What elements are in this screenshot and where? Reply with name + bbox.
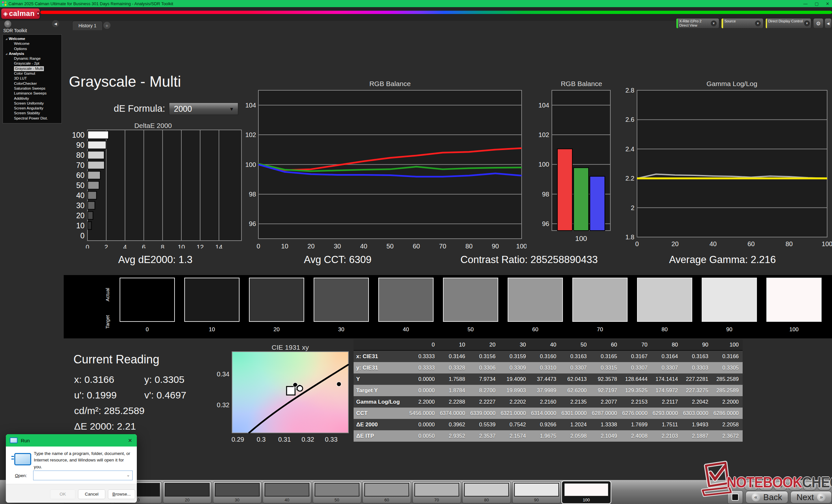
watermark-notebook-text: NOTEBOOK (727, 474, 802, 491)
tree-item-spectral-power-dist-[interactable]: Spectral Power Dist. (3, 116, 61, 121)
sidebar-collapse-button[interactable]: ◀ (52, 20, 59, 27)
svg-text:50: 50 (386, 243, 394, 250)
close-button[interactable]: ✕ (826, 1, 829, 6)
open-combobox[interactable]: ⌄ (33, 471, 133, 480)
table-cell: 2.2042 (682, 396, 712, 408)
svg-text:98: 98 (249, 191, 256, 198)
chevron-down-icon: ▼ (755, 21, 762, 26)
pattern-button-70[interactable]: 70 (412, 481, 461, 503)
pattern-button-60[interactable]: 60 (362, 481, 411, 503)
tree-item-options[interactable]: Options (3, 47, 61, 51)
pattern-button-80[interactable]: 80 (462, 481, 511, 503)
swatch-level-label: 50 (443, 326, 498, 333)
cie-markers-layer (232, 352, 349, 433)
de-formula-select[interactable]: 2000 ▼ (169, 103, 238, 115)
svg-text:102: 102 (245, 131, 256, 138)
table-cell: 0.3328 (439, 362, 469, 373)
svg-text:104: 104 (539, 102, 549, 109)
cancel-button[interactable]: Cancel (78, 489, 105, 499)
table-cell: 2.2288 (439, 396, 469, 408)
pattern-label: 70 (413, 498, 461, 502)
tree-item-screen-angularity[interactable]: Screen Angularity (3, 106, 61, 111)
tree-expander-icon[interactable]: ◢ (5, 51, 9, 56)
table-col-header: 70 (621, 340, 652, 351)
table-cell: 285.2589 (712, 385, 743, 396)
svg-text:50: 50 (76, 181, 84, 190)
stat-average-gamma: Average Gamma: 2.216 (669, 254, 776, 265)
table-cell: 0.3165 (591, 351, 621, 362)
table-col-header: 80 (651, 340, 682, 351)
tree-item-analysis[interactable]: ◢Analysis (3, 51, 61, 56)
tab-history-1[interactable]: History 1 (72, 21, 103, 30)
open-input[interactable] (35, 472, 125, 480)
pattern-swatch (464, 483, 509, 497)
tree-item-color-gamut[interactable]: Color Gamut (3, 71, 61, 76)
table-cell: 0.3310 (530, 362, 560, 373)
dialog-close-icon[interactable]: ✕ (128, 438, 132, 444)
pattern-button-50[interactable]: 50 (313, 481, 361, 503)
tree-item-grayscale-multi[interactable]: Grayscale - Multi (3, 66, 61, 71)
browse-button[interactable]: Browse... (108, 489, 135, 499)
svg-text:70: 70 (439, 243, 446, 250)
grayscale-swatch-0 (120, 278, 175, 322)
table-corner (354, 340, 408, 351)
table-cell: 19.4090 (499, 373, 530, 385)
window-title: Calman 2025 Calman Ultimate for Business… (8, 1, 173, 6)
table-cell: 174.1414 (651, 373, 682, 385)
tree-item-colorchecker[interactable]: ColorChecker (3, 81, 61, 86)
tree-item-screen-uniformity[interactable]: Screen Uniformity (3, 101, 61, 106)
tree-item-label: ColorChecker (14, 81, 37, 86)
svg-text:20: 20 (672, 240, 679, 248)
pattern-button-20[interactable]: 20 (163, 481, 212, 503)
table-cell: 0.7542 (499, 419, 530, 430)
tree-expander-icon[interactable]: ◢ (5, 36, 9, 41)
svg-text:40: 40 (360, 243, 367, 250)
pattern-label: 40 (263, 498, 311, 502)
table-cell: 2.2000 (408, 396, 439, 408)
tree-item-welcome[interactable]: ◢Welcome (3, 36, 61, 41)
pattern-button-100[interactable]: 100 (562, 481, 611, 503)
run-dialog-titlebar[interactable]: Run ✕ (6, 434, 137, 447)
reading-y: y: 0.3305 (144, 374, 184, 385)
tree-item-3d-lut[interactable]: 3D LUT (3, 76, 61, 81)
sidebar-pin-button[interactable] (4, 20, 12, 28)
table-cell: 2.0598 (560, 430, 591, 442)
tree-item-screen-stability[interactable]: Screen Stability (3, 111, 61, 116)
tree-item-welcome[interactable]: Welcome (3, 41, 61, 46)
table-cell: 0.3333 (408, 362, 439, 373)
meter-dropdown[interactable]: X-Rite i1Pro 2 Direct View ▼ (676, 18, 719, 29)
table-cell: 2.2058 (712, 419, 743, 430)
table-row: x: CIE310.33330.31460.31560.31590.31600.… (354, 351, 743, 362)
tree-item-luminance-sweeps[interactable]: Luminance Sweeps (3, 91, 61, 96)
svg-text:0: 0 (635, 240, 639, 248)
tree-item-dynamic-range[interactable]: Dynamic Range (3, 56, 61, 61)
table-cell: 92.3578 (591, 373, 621, 385)
maximize-button[interactable]: ▢ (815, 1, 819, 6)
minimize-button[interactable]: — (803, 1, 808, 6)
pattern-label: 100 (562, 498, 610, 502)
table-cell: 0.3305 (712, 362, 743, 373)
table-cell: 0.3315 (591, 362, 621, 373)
svg-text:100: 100 (539, 161, 549, 168)
table-cell: 2.1574 (499, 430, 530, 442)
svg-text:100: 100 (245, 161, 256, 168)
source-dropdown[interactable]: Source ▼ (721, 18, 763, 29)
settings-button[interactable]: ⚙ (813, 18, 824, 29)
ok-button[interactable]: OK (50, 489, 75, 499)
tree-item-additivity[interactable]: Additivity (3, 96, 61, 101)
grayscale-swatch-10 (184, 278, 239, 322)
calman-menu-button[interactable]: ◈ calman ▼ (1, 8, 40, 19)
pattern-button-90[interactable]: 90 (512, 481, 561, 503)
measurement-table: 0102030405060708090100x: CIE310.33330.31… (354, 340, 743, 442)
svg-text:60: 60 (413, 243, 420, 250)
tree-item-grayscale-2pt[interactable]: Grayscale - 2pt (3, 61, 61, 66)
pattern-button-40[interactable]: 40 (263, 481, 311, 503)
panel-collapse-button[interactable]: ◀ (825, 18, 832, 29)
add-tab-button[interactable]: + (103, 22, 110, 29)
table-cell: 0.3159 (499, 351, 530, 362)
tree-item-saturation-sweeps[interactable]: Saturation Sweeps (3, 86, 61, 91)
pattern-button-30[interactable]: 30 (213, 481, 262, 503)
gamma-line-chart: 2.82.62.42.221.8020406080100 (618, 81, 832, 250)
table-cell: 2.2160 (530, 396, 560, 408)
display-control-dropdown[interactable]: Direct Display Control ▼ (765, 18, 811, 29)
